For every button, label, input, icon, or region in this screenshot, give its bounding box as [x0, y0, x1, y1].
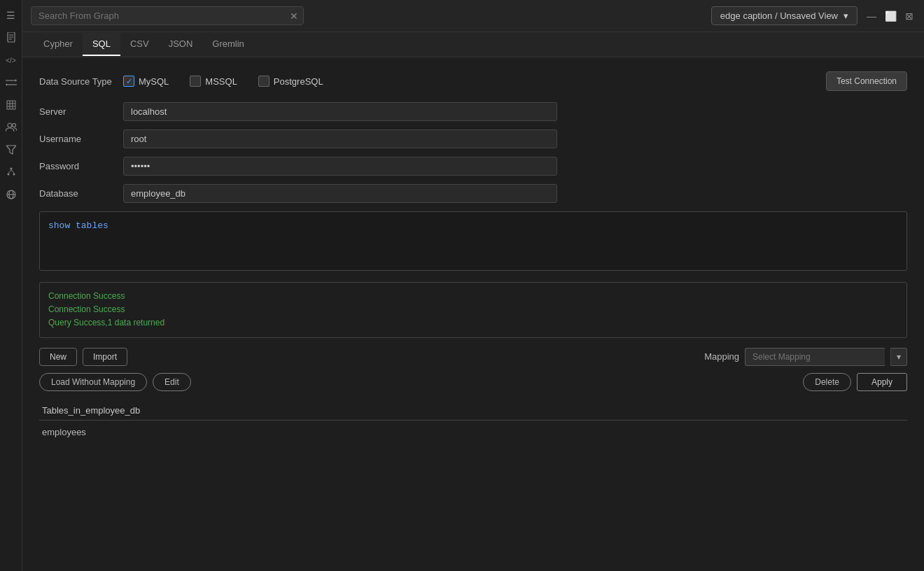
datasource-row: Data Source Type ✓ MySQL MSSQL PostgreSQ…: [39, 71, 907, 91]
view-label: edge caption / Unsaved View: [720, 10, 838, 21]
menu-icon[interactable]: ☰: [1, 6, 21, 25]
svg-point-18: [13, 174, 15, 176]
mysql-option[interactable]: ✓ MySQL: [123, 76, 169, 87]
table-icon[interactable]: [1, 95, 21, 115]
svg-line-19: [8, 170, 11, 174]
datasource-label: Data Source Type: [39, 76, 123, 87]
hierarchy-icon[interactable]: [1, 162, 21, 182]
delete-button[interactable]: Delete: [803, 373, 851, 391]
console-line-1: Connection Success: [48, 290, 898, 303]
arrows-icon[interactable]: [1, 73, 21, 92]
server-label: Server: [39, 106, 123, 117]
tab-cypher[interactable]: Cypher: [34, 33, 83, 56]
console-output: Connection Success Connection Success Qu…: [39, 282, 907, 338]
code-keyword: show tables: [48, 220, 108, 231]
result-header: Tables_in_employee_db: [39, 401, 907, 421]
test-connection-button[interactable]: Test Connection: [826, 71, 907, 91]
svg-rect-8: [7, 101, 15, 109]
window-controls: — ⬜ ⊠: [864, 10, 916, 22]
tabs-bar: Cypher SQL CSV JSON Gremlin: [22, 32, 924, 57]
tab-gremlin[interactable]: Gremlin: [202, 33, 254, 56]
tab-sql[interactable]: SQL: [83, 33, 120, 56]
edit-button[interactable]: Edit: [153, 373, 191, 391]
mssql-label: MSSQL: [205, 76, 237, 87]
code-editor[interactable]: show tables: [39, 211, 907, 271]
view-selector[interactable]: edge caption / Unsaved View ▾: [711, 6, 858, 25]
search-input[interactable]: [31, 6, 304, 25]
filter-icon[interactable]: [1, 140, 21, 160]
svg-point-13: [8, 123, 12, 127]
mysql-checkbox[interactable]: ✓: [123, 76, 134, 87]
postgresql-checkbox[interactable]: [258, 76, 270, 87]
users-icon[interactable]: [1, 118, 21, 137]
mapping-dropdown-button[interactable]: ▾: [890, 348, 907, 366]
database-row: Database: [39, 184, 907, 203]
new-button[interactable]: New: [39, 348, 77, 366]
maximize-icon[interactable]: ⊠: [903, 10, 916, 22]
sidebar: ☰ </>: [0, 0, 22, 571]
username-input[interactable]: [123, 129, 557, 148]
database-input[interactable]: [123, 184, 557, 203]
password-row: Password: [39, 157, 907, 176]
apply-button[interactable]: Apply: [857, 373, 907, 391]
svg-point-17: [7, 174, 9, 176]
mapping-section: Mapping ▾: [704, 348, 907, 366]
password-label: Password: [39, 161, 123, 171]
restore-icon[interactable]: ⬜: [883, 10, 899, 22]
main-panel: ✕ edge caption / Unsaved View ▾ — ⬜ ⊠ Cy…: [22, 0, 924, 571]
bottom-toolbar: New Import Mapping ▾: [39, 348, 907, 366]
search-box: ✕: [31, 6, 304, 25]
console-line-3: Query Success,1 data returned: [48, 316, 898, 330]
username-label: Username: [39, 134, 123, 144]
code-icon[interactable]: </>: [1, 50, 21, 70]
minimize-icon[interactable]: —: [864, 10, 878, 22]
import-button[interactable]: Import: [83, 348, 127, 366]
right-actions: Delete Apply: [803, 373, 907, 391]
mapping-label: Mapping: [704, 351, 739, 362]
svg-point-16: [10, 168, 12, 170]
server-input[interactable]: [123, 102, 557, 121]
svg-marker-7: [6, 83, 7, 86]
mssql-option[interactable]: MSSQL: [190, 76, 237, 87]
postgresql-label: PostgreSQL: [274, 76, 323, 87]
mapping-select-input[interactable]: [745, 348, 885, 366]
postgresql-option[interactable]: PostgreSQL: [258, 76, 323, 87]
content-area: Data Source Type ✓ MySQL MSSQL PostgreSQ…: [22, 57, 924, 571]
svg-marker-15: [6, 146, 16, 154]
chevron-down-icon: ▾: [844, 10, 848, 21]
file-icon[interactable]: [1, 28, 21, 48]
mssql-checkbox[interactable]: [190, 76, 201, 87]
database-label: Database: [39, 188, 123, 199]
datasource-options: ✓ MySQL MSSQL PostgreSQL: [123, 76, 323, 87]
svg-line-20: [11, 170, 14, 174]
username-row: Username: [39, 129, 907, 148]
globe-icon[interactable]: [1, 185, 21, 204]
console-line-2: Connection Success: [48, 303, 898, 316]
search-clear-icon[interactable]: ✕: [290, 10, 298, 22]
svg-point-14: [12, 124, 15, 127]
svg-marker-5: [15, 79, 17, 82]
second-toolbar: Load Without Mapping Edit Delete Apply: [39, 373, 907, 391]
editor-wrapper: show tables: [39, 211, 907, 271]
mysql-label: MySQL: [139, 76, 169, 87]
topbar: ✕ edge caption / Unsaved View ▾ — ⬜ ⊠: [22, 0, 924, 32]
results-table: Tables_in_employee_db employees: [39, 401, 907, 441]
table-row: employees: [39, 423, 907, 441]
tab-csv[interactable]: CSV: [120, 33, 159, 56]
password-input[interactable]: [123, 157, 557, 176]
server-row: Server: [39, 102, 907, 121]
tab-json[interactable]: JSON: [159, 33, 203, 56]
load-without-mapping-button[interactable]: Load Without Mapping: [39, 373, 147, 391]
